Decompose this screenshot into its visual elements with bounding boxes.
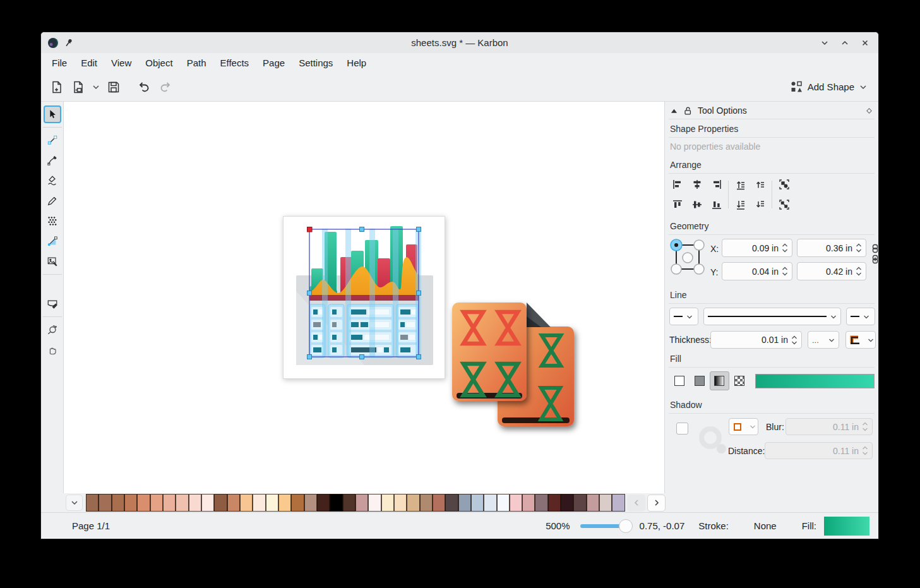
height-input[interactable]: 0.42 in (797, 262, 866, 280)
line-cap-select[interactable]: ... (808, 331, 839, 349)
anchor-point-selector[interactable] (670, 239, 705, 275)
color-swatch[interactable] (278, 494, 291, 512)
color-swatch[interactable] (407, 494, 419, 512)
color-swatch[interactable] (484, 494, 496, 512)
fill-none-button[interactable] (670, 371, 690, 390)
minimize-button[interactable] (818, 36, 832, 50)
tool-image-edit[interactable] (44, 253, 61, 270)
color-swatch[interactable] (510, 494, 522, 512)
ungroup-icon[interactable] (775, 196, 792, 213)
color-swatch[interactable] (176, 494, 188, 512)
save-button[interactable] (104, 78, 123, 97)
tool-gradient-edit[interactable] (44, 232, 61, 250)
align-horizontal-left-icon[interactable] (669, 176, 686, 193)
zoom-slider[interactable] (580, 524, 626, 528)
width-input[interactable]: 0.36 in (797, 239, 866, 257)
menu-item[interactable]: Page (256, 55, 292, 71)
tool-artistic-text[interactable] (44, 295, 61, 313)
zoom-value[interactable]: 500% (546, 520, 570, 531)
color-swatch[interactable] (240, 494, 253, 512)
maximize-button[interactable] (838, 36, 852, 50)
color-swatch[interactable] (394, 494, 407, 512)
color-swatch[interactable] (368, 494, 381, 512)
canvas-artwork[interactable] (64, 102, 665, 495)
color-swatch[interactable] (587, 494, 599, 512)
lower-icon[interactable] (751, 196, 768, 213)
color-swatch[interactable] (189, 494, 201, 512)
tool-freehand-path[interactable] (44, 192, 61, 210)
color-swatch[interactable] (150, 494, 163, 512)
group-icon[interactable] (775, 176, 792, 193)
line-join-select[interactable] (845, 331, 876, 349)
color-swatch[interactable] (317, 494, 330, 512)
menu-item[interactable]: File (45, 55, 74, 71)
open-recent-dropdown[interactable] (90, 78, 102, 97)
align-vertical-center-icon[interactable] (688, 196, 705, 213)
color-swatch[interactable] (99, 494, 111, 512)
blur-input[interactable]: 0.11 in (786, 418, 873, 435)
raise-icon[interactable] (751, 176, 768, 193)
color-swatch[interactable] (227, 494, 240, 512)
color-swatch[interactable] (214, 494, 227, 512)
color-swatch[interactable] (471, 494, 484, 512)
color-swatch[interactable] (112, 494, 124, 512)
fill-gradient-swatch[interactable] (755, 374, 875, 388)
tool-pan[interactable] (44, 341, 61, 359)
align-horizontal-right-icon[interactable] (708, 176, 725, 193)
tool-pattern-edit[interactable] (44, 212, 61, 230)
canvas[interactable] (64, 102, 665, 493)
menu-item[interactable]: Help (340, 55, 373, 71)
y-input[interactable]: 0.04 in (722, 262, 792, 280)
tool-edit-shapes[interactable] (44, 131, 61, 149)
tool-draw-path[interactable] (44, 152, 61, 169)
menu-item[interactable]: View (104, 55, 138, 71)
color-swatch[interactable] (612, 494, 624, 512)
color-swatch[interactable] (535, 494, 547, 512)
menu-item[interactable]: Object (138, 55, 179, 71)
color-swatch[interactable] (420, 494, 433, 512)
collapse-arrow-icon[interactable] (670, 107, 678, 114)
fill-gradient-button[interactable] (710, 371, 729, 390)
sheets-artwork[interactable] (452, 303, 574, 426)
pin-icon[interactable] (64, 38, 73, 47)
fill-pattern-button[interactable] (730, 371, 750, 390)
color-swatch[interactable] (458, 494, 471, 512)
float-docker-icon[interactable] (865, 107, 873, 115)
color-swatch[interactable] (124, 494, 137, 512)
color-swatch[interactable] (137, 494, 150, 512)
tool-calligraphy[interactable] (44, 172, 61, 189)
color-swatch[interactable] (291, 494, 304, 512)
align-vertical-top-icon[interactable] (669, 196, 686, 213)
open-document-button[interactable] (69, 78, 88, 97)
color-swatch[interactable] (343, 494, 355, 512)
color-swatch[interactable] (548, 494, 561, 512)
color-swatch[interactable] (330, 494, 342, 512)
new-document-button[interactable] (47, 78, 66, 97)
color-swatch[interactable] (497, 494, 510, 512)
align-vertical-bottom-icon[interactable] (708, 196, 725, 213)
color-swatch[interactable] (561, 494, 573, 512)
distance-input[interactable]: 0.11 in (765, 442, 873, 459)
line-end-marker-select[interactable] (846, 308, 875, 325)
palette-dropdown-button[interactable] (66, 495, 83, 511)
line-style-select[interactable] (703, 308, 841, 325)
close-button[interactable] (858, 36, 872, 50)
menu-item[interactable]: Path (180, 55, 213, 71)
color-swatch[interactable] (253, 494, 265, 512)
color-swatch[interactable] (381, 494, 394, 512)
color-swatch[interactable] (522, 494, 535, 512)
tool-zoom[interactable] (44, 321, 61, 339)
menu-item[interactable]: Effects (213, 55, 256, 71)
line-start-marker-select[interactable] (669, 308, 698, 325)
color-swatch[interactable] (266, 494, 278, 512)
tool-select-shapes[interactable] (44, 105, 61, 123)
menu-item[interactable]: Edit (74, 55, 104, 71)
color-swatch[interactable] (599, 494, 612, 512)
undo-button[interactable] (134, 78, 153, 97)
shadow-enable-checkbox[interactable] (676, 423, 688, 435)
menu-item[interactable]: Settings (292, 55, 340, 71)
shadow-color-select[interactable] (729, 418, 758, 435)
color-swatch[interactable] (86, 494, 99, 512)
color-swatch[interactable] (355, 494, 368, 512)
color-swatch[interactable] (433, 494, 445, 512)
